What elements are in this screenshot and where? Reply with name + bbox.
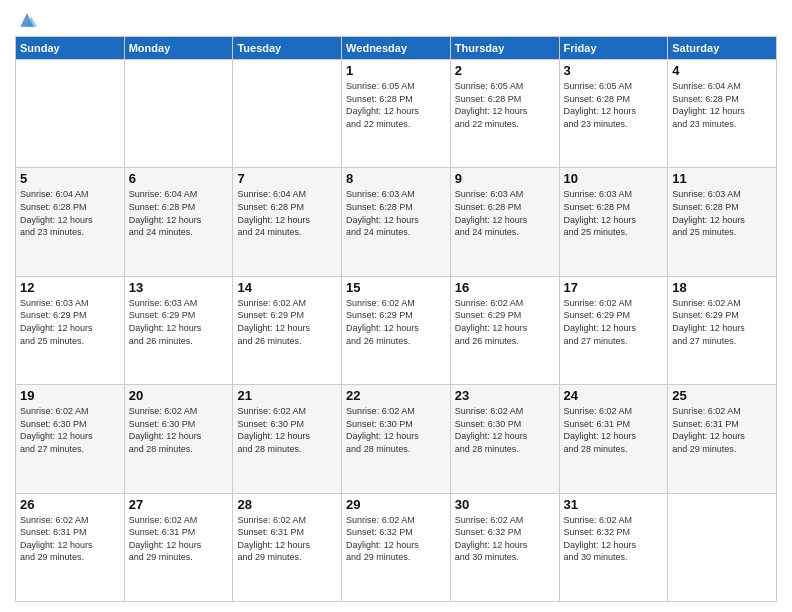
day-number: 28	[237, 497, 337, 512]
day-info: Sunrise: 6:02 AM Sunset: 6:29 PM Dayligh…	[455, 297, 555, 347]
calendar-cell: 29Sunrise: 6:02 AM Sunset: 6:32 PM Dayli…	[342, 493, 451, 601]
day-number: 2	[455, 63, 555, 78]
calendar-week-row: 19Sunrise: 6:02 AM Sunset: 6:30 PM Dayli…	[16, 385, 777, 493]
day-info: Sunrise: 6:02 AM Sunset: 6:30 PM Dayligh…	[237, 405, 337, 455]
day-info: Sunrise: 6:02 AM Sunset: 6:29 PM Dayligh…	[672, 297, 772, 347]
header	[15, 10, 777, 30]
day-info: Sunrise: 6:02 AM Sunset: 6:31 PM Dayligh…	[129, 514, 229, 564]
weekday-header-tuesday: Tuesday	[233, 37, 342, 60]
logo-icon	[17, 10, 37, 30]
day-number: 26	[20, 497, 120, 512]
day-info: Sunrise: 6:02 AM Sunset: 6:32 PM Dayligh…	[346, 514, 446, 564]
weekday-header-wednesday: Wednesday	[342, 37, 451, 60]
calendar-cell: 6Sunrise: 6:04 AM Sunset: 6:28 PM Daylig…	[124, 168, 233, 276]
day-number: 11	[672, 171, 772, 186]
day-info: Sunrise: 6:02 AM Sunset: 6:30 PM Dayligh…	[129, 405, 229, 455]
calendar-cell: 14Sunrise: 6:02 AM Sunset: 6:29 PM Dayli…	[233, 276, 342, 384]
calendar-cell: 22Sunrise: 6:02 AM Sunset: 6:30 PM Dayli…	[342, 385, 451, 493]
calendar-cell: 23Sunrise: 6:02 AM Sunset: 6:30 PM Dayli…	[450, 385, 559, 493]
weekday-header-saturday: Saturday	[668, 37, 777, 60]
day-info: Sunrise: 6:02 AM Sunset: 6:29 PM Dayligh…	[346, 297, 446, 347]
day-number: 18	[672, 280, 772, 295]
calendar-cell: 10Sunrise: 6:03 AM Sunset: 6:28 PM Dayli…	[559, 168, 668, 276]
day-number: 22	[346, 388, 446, 403]
day-info: Sunrise: 6:05 AM Sunset: 6:28 PM Dayligh…	[346, 80, 446, 130]
day-info: Sunrise: 6:04 AM Sunset: 6:28 PM Dayligh…	[129, 188, 229, 238]
calendar-cell: 27Sunrise: 6:02 AM Sunset: 6:31 PM Dayli…	[124, 493, 233, 601]
day-info: Sunrise: 6:03 AM Sunset: 6:28 PM Dayligh…	[455, 188, 555, 238]
day-number: 19	[20, 388, 120, 403]
calendar-cell	[16, 60, 125, 168]
weekday-header-thursday: Thursday	[450, 37, 559, 60]
day-info: Sunrise: 6:02 AM Sunset: 6:32 PM Dayligh…	[564, 514, 664, 564]
day-info: Sunrise: 6:02 AM Sunset: 6:31 PM Dayligh…	[672, 405, 772, 455]
day-number: 9	[455, 171, 555, 186]
calendar-cell: 16Sunrise: 6:02 AM Sunset: 6:29 PM Dayli…	[450, 276, 559, 384]
day-info: Sunrise: 6:03 AM Sunset: 6:28 PM Dayligh…	[564, 188, 664, 238]
day-info: Sunrise: 6:03 AM Sunset: 6:28 PM Dayligh…	[346, 188, 446, 238]
day-info: Sunrise: 6:02 AM Sunset: 6:32 PM Dayligh…	[455, 514, 555, 564]
calendar-cell: 26Sunrise: 6:02 AM Sunset: 6:31 PM Dayli…	[16, 493, 125, 601]
calendar-cell	[124, 60, 233, 168]
day-info: Sunrise: 6:02 AM Sunset: 6:31 PM Dayligh…	[564, 405, 664, 455]
calendar-cell: 30Sunrise: 6:02 AM Sunset: 6:32 PM Dayli…	[450, 493, 559, 601]
weekday-header-sunday: Sunday	[16, 37, 125, 60]
day-number: 21	[237, 388, 337, 403]
calendar-cell: 7Sunrise: 6:04 AM Sunset: 6:28 PM Daylig…	[233, 168, 342, 276]
day-info: Sunrise: 6:02 AM Sunset: 6:31 PM Dayligh…	[20, 514, 120, 564]
calendar-cell: 3Sunrise: 6:05 AM Sunset: 6:28 PM Daylig…	[559, 60, 668, 168]
day-number: 5	[20, 171, 120, 186]
day-number: 25	[672, 388, 772, 403]
calendar-cell: 25Sunrise: 6:02 AM Sunset: 6:31 PM Dayli…	[668, 385, 777, 493]
calendar-cell: 1Sunrise: 6:05 AM Sunset: 6:28 PM Daylig…	[342, 60, 451, 168]
calendar-cell: 31Sunrise: 6:02 AM Sunset: 6:32 PM Dayli…	[559, 493, 668, 601]
weekday-header-friday: Friday	[559, 37, 668, 60]
day-number: 27	[129, 497, 229, 512]
calendar-week-row: 5Sunrise: 6:04 AM Sunset: 6:28 PM Daylig…	[16, 168, 777, 276]
day-info: Sunrise: 6:02 AM Sunset: 6:30 PM Dayligh…	[20, 405, 120, 455]
day-info: Sunrise: 6:02 AM Sunset: 6:30 PM Dayligh…	[455, 405, 555, 455]
day-info: Sunrise: 6:04 AM Sunset: 6:28 PM Dayligh…	[20, 188, 120, 238]
calendar-cell: 20Sunrise: 6:02 AM Sunset: 6:30 PM Dayli…	[124, 385, 233, 493]
day-number: 4	[672, 63, 772, 78]
day-info: Sunrise: 6:03 AM Sunset: 6:29 PM Dayligh…	[129, 297, 229, 347]
calendar-week-row: 26Sunrise: 6:02 AM Sunset: 6:31 PM Dayli…	[16, 493, 777, 601]
day-number: 6	[129, 171, 229, 186]
day-number: 20	[129, 388, 229, 403]
calendar-cell: 24Sunrise: 6:02 AM Sunset: 6:31 PM Dayli…	[559, 385, 668, 493]
day-info: Sunrise: 6:02 AM Sunset: 6:29 PM Dayligh…	[564, 297, 664, 347]
day-number: 10	[564, 171, 664, 186]
calendar-cell	[233, 60, 342, 168]
day-number: 15	[346, 280, 446, 295]
day-number: 12	[20, 280, 120, 295]
calendar-cell: 2Sunrise: 6:05 AM Sunset: 6:28 PM Daylig…	[450, 60, 559, 168]
day-info: Sunrise: 6:02 AM Sunset: 6:30 PM Dayligh…	[346, 405, 446, 455]
day-number: 30	[455, 497, 555, 512]
calendar-cell: 17Sunrise: 6:02 AM Sunset: 6:29 PM Dayli…	[559, 276, 668, 384]
day-info: Sunrise: 6:02 AM Sunset: 6:31 PM Dayligh…	[237, 514, 337, 564]
day-number: 29	[346, 497, 446, 512]
day-info: Sunrise: 6:04 AM Sunset: 6:28 PM Dayligh…	[237, 188, 337, 238]
calendar-cell: 18Sunrise: 6:02 AM Sunset: 6:29 PM Dayli…	[668, 276, 777, 384]
day-info: Sunrise: 6:03 AM Sunset: 6:29 PM Dayligh…	[20, 297, 120, 347]
day-number: 3	[564, 63, 664, 78]
day-number: 8	[346, 171, 446, 186]
calendar-cell: 21Sunrise: 6:02 AM Sunset: 6:30 PM Dayli…	[233, 385, 342, 493]
calendar-header-row: SundayMondayTuesdayWednesdayThursdayFrid…	[16, 37, 777, 60]
calendar-cell: 11Sunrise: 6:03 AM Sunset: 6:28 PM Dayli…	[668, 168, 777, 276]
day-number: 17	[564, 280, 664, 295]
calendar-cell: 5Sunrise: 6:04 AM Sunset: 6:28 PM Daylig…	[16, 168, 125, 276]
calendar-cell: 8Sunrise: 6:03 AM Sunset: 6:28 PM Daylig…	[342, 168, 451, 276]
day-number: 1	[346, 63, 446, 78]
calendar-table: SundayMondayTuesdayWednesdayThursdayFrid…	[15, 36, 777, 602]
calendar-cell: 9Sunrise: 6:03 AM Sunset: 6:28 PM Daylig…	[450, 168, 559, 276]
day-number: 7	[237, 171, 337, 186]
day-number: 24	[564, 388, 664, 403]
day-info: Sunrise: 6:03 AM Sunset: 6:28 PM Dayligh…	[672, 188, 772, 238]
day-info: Sunrise: 6:05 AM Sunset: 6:28 PM Dayligh…	[455, 80, 555, 130]
calendar-cell: 4Sunrise: 6:04 AM Sunset: 6:28 PM Daylig…	[668, 60, 777, 168]
calendar-cell: 19Sunrise: 6:02 AM Sunset: 6:30 PM Dayli…	[16, 385, 125, 493]
calendar-cell	[668, 493, 777, 601]
logo	[15, 10, 37, 30]
day-number: 13	[129, 280, 229, 295]
